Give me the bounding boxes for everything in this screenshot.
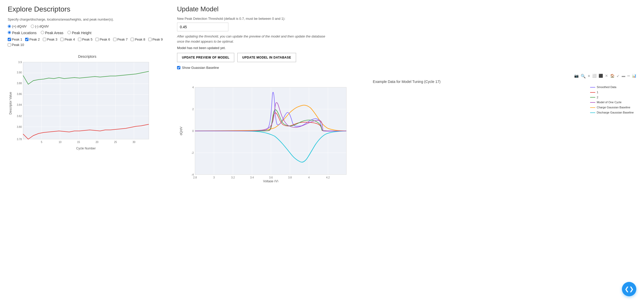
svg-text:2.8: 2.8 bbox=[193, 176, 197, 179]
legend-2: 2 bbox=[590, 95, 634, 100]
svg-text:30: 30 bbox=[132, 141, 135, 144]
legend-smoothed-data-label: Smoothed Data bbox=[597, 85, 616, 90]
svg-text:3.90: 3.90 bbox=[17, 71, 22, 74]
svg-text:3.6: 3.6 bbox=[269, 176, 273, 179]
peak-height-radio[interactable]: Peak Height bbox=[67, 31, 91, 35]
svg-text:2: 2 bbox=[192, 108, 194, 111]
legend-model-line bbox=[590, 102, 595, 103]
legend-1: 1 bbox=[590, 90, 634, 95]
peak-10-checkbox[interactable]: Peak 10 bbox=[8, 43, 24, 47]
show-baseline-label: Show Guassian Baseline bbox=[182, 66, 219, 70]
svg-text:3.78: 3.78 bbox=[17, 138, 22, 141]
explore-subtitle: Specify charge/discharge, locations/area… bbox=[8, 17, 167, 21]
left-panel: Explore Descriptors Specify charge/disch… bbox=[8, 5, 167, 304]
svg-text:Voltage (V): Voltage (V) bbox=[263, 179, 278, 182]
home-icon[interactable]: 🏠 bbox=[610, 74, 614, 79]
svg-text:Descriptor Value: Descriptor Value bbox=[9, 92, 12, 115]
peak-4-checkbox[interactable]: Peak 4 bbox=[60, 37, 75, 41]
legend-1-line bbox=[590, 92, 595, 93]
peak-2-checkbox[interactable]: Peak 2 bbox=[25, 37, 40, 41]
legend-discharge-baseline: Discharge Gaussian Baseline bbox=[590, 110, 634, 115]
peak-8-checkbox[interactable]: Peak 8 bbox=[131, 37, 145, 41]
update-model-title: Update Model bbox=[177, 5, 636, 13]
peak-9-checkbox[interactable]: Peak 9 bbox=[148, 37, 163, 41]
legend-model-label: Model of One Cycle bbox=[597, 100, 622, 105]
legend-discharge-baseline-label: Discharge Gaussian Baseline bbox=[597, 110, 634, 115]
bar-chart-icon[interactable]: 📊 bbox=[632, 74, 636, 79]
model-chart-title: Example Data for Model Tuning (Cycle 17) bbox=[177, 80, 636, 84]
chart-toolbar: 📷 🔍 + ⬜ ⬛ ✕ 🏠 ↙ ▬ ═ 📊 bbox=[177, 74, 636, 79]
line-icon[interactable]: ▬ bbox=[622, 74, 625, 79]
descriptors-chart-title: Descriptors bbox=[8, 54, 167, 59]
svg-text:15: 15 bbox=[77, 141, 80, 144]
svg-text:3.4: 3.4 bbox=[250, 176, 254, 179]
nav-arrows: ❮❯ bbox=[625, 286, 634, 292]
peak-5-checkbox[interactable]: Peak 5 bbox=[78, 37, 92, 41]
legend-2-line bbox=[590, 97, 595, 98]
chart-legend: Smoothed Data 1 2 Model of One Cycle Cha… bbox=[590, 85, 634, 115]
close-icon[interactable]: ✕ bbox=[605, 74, 608, 79]
svg-text:3: 3 bbox=[213, 176, 215, 179]
zoom-icon[interactable]: 🔍 bbox=[581, 74, 586, 79]
legend-charge-baseline-label: Charge Gaussian Baseline bbox=[597, 105, 630, 110]
peak-7-checkbox[interactable]: Peak 7 bbox=[113, 37, 128, 41]
legend-charge-baseline: Charge Gaussian Baseline bbox=[590, 105, 634, 110]
svg-text:3.2: 3.2 bbox=[231, 176, 235, 179]
update-preview-button[interactable]: UPDATE PREVIEW OF MODEL bbox=[177, 53, 234, 62]
svg-text:20: 20 bbox=[95, 141, 99, 144]
explore-title: Explore Descriptors bbox=[8, 5, 167, 13]
legend-charge-baseline-line bbox=[590, 107, 595, 108]
svg-text:3.82: 3.82 bbox=[17, 115, 22, 118]
svg-text:3.80: 3.80 bbox=[17, 126, 22, 128]
peak-10-row: Peak 10 bbox=[8, 43, 167, 47]
threshold-input[interactable] bbox=[177, 23, 228, 31]
svg-text:-2: -2 bbox=[191, 151, 194, 154]
legend-smoothed-data: Smoothed Data bbox=[590, 85, 634, 90]
legend-1-label: 1 bbox=[597, 90, 598, 95]
svg-text:25: 25 bbox=[114, 141, 117, 144]
threshold-label: New Peak Detection Threshold (default is… bbox=[177, 17, 636, 21]
svg-text:-4: -4 bbox=[191, 173, 194, 176]
camera-icon[interactable]: 📷 bbox=[574, 74, 579, 79]
model-status: Model has not been updated yet. bbox=[177, 46, 636, 50]
legend-discharge-baseline-line bbox=[590, 112, 595, 113]
svg-text:3.8: 3.8 bbox=[288, 176, 292, 179]
svg-text:5: 5 bbox=[41, 141, 42, 144]
svg-text:0: 0 bbox=[192, 130, 194, 132]
peak-1-checkbox[interactable]: Peak 1 bbox=[8, 37, 22, 41]
legend-smoothed-data-line bbox=[590, 87, 595, 88]
svg-text:3.9: 3.9 bbox=[18, 61, 22, 64]
right-panel: Update Model New Peak Detection Threshol… bbox=[177, 5, 636, 304]
descriptors-chart-container: Descriptors bbox=[8, 54, 167, 152]
action-buttons: UPDATE PREVIEW OF MODEL UPDATE MODEL IN … bbox=[177, 53, 636, 62]
update-database-button[interactable]: UPDATE MODEL IN DATABASE bbox=[237, 53, 296, 62]
peak-6-checkbox[interactable]: Peak 6 bbox=[95, 37, 110, 41]
peak-3-checkbox[interactable]: Peak 3 bbox=[43, 37, 57, 41]
double-line-icon[interactable]: ═ bbox=[627, 74, 630, 79]
charge-radio-group: (+) dQ/dV (-) dQ/dV bbox=[8, 24, 167, 28]
negative-dqdv-radio[interactable]: (-) dQ/dV bbox=[31, 24, 49, 28]
location-radio-group: Peak Locations Peak Areas Peak Height bbox=[8, 31, 167, 35]
select-icon[interactable]: ⬜ bbox=[592, 74, 597, 79]
svg-text:Cycle Number: Cycle Number bbox=[76, 147, 96, 150]
nav-button[interactable]: ❮❯ bbox=[622, 282, 636, 296]
legend-model: Model of One Cycle bbox=[590, 100, 634, 105]
svg-text:4: 4 bbox=[192, 86, 194, 89]
model-chart: -4 -2 0 2 4 2.8 3 3.2 3.4 3.6 3.8 4 4.2 bbox=[177, 85, 382, 182]
positive-dqdv-radio[interactable]: (+) dQ/dV bbox=[8, 24, 27, 28]
peak-areas-radio[interactable]: Peak Areas bbox=[41, 31, 64, 35]
update-info: After updating the threshold, you can up… bbox=[177, 34, 331, 44]
peak-checkboxes: Peak 1 Peak 2 Peak 3 Peak 4 Peak 5 Peak … bbox=[8, 37, 167, 41]
svg-text:3.84: 3.84 bbox=[17, 103, 22, 106]
svg-text:3.86: 3.86 bbox=[17, 93, 22, 96]
back-icon[interactable]: ↙ bbox=[617, 74, 620, 79]
peak-locations-radio[interactable]: Peak Locations bbox=[8, 31, 37, 35]
add-icon[interactable]: + bbox=[588, 74, 590, 79]
svg-text:10: 10 bbox=[58, 141, 62, 144]
deselect-icon[interactable]: ⬛ bbox=[599, 74, 603, 79]
legend-2-label: 2 bbox=[597, 95, 598, 100]
show-baseline-checkbox[interactable] bbox=[177, 66, 180, 69]
model-chart-container: Example Data for Model Tuning (Cycle 17) bbox=[177, 80, 636, 182]
show-baseline-row: Show Guassian Baseline bbox=[177, 66, 636, 70]
descriptors-chart: 3.78 3.80 3.82 3.84 3.86 3.88 3.90 3.9 5… bbox=[8, 60, 157, 152]
